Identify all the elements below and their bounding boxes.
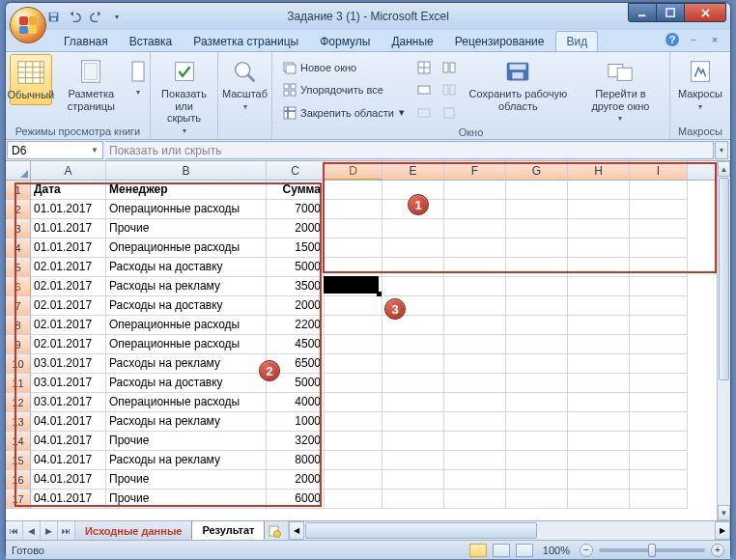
col-header-H[interactable]: H (568, 161, 630, 180)
cell[interactable]: 01.01.2017 (31, 200, 106, 219)
cell[interactable] (568, 316, 630, 335)
row-header-3[interactable]: 3 (6, 219, 31, 238)
cell[interactable]: 04.01.2017 (31, 432, 106, 451)
cell[interactable]: 02.01.2017 (31, 335, 106, 354)
undo-icon[interactable] (66, 8, 83, 25)
cell[interactable] (568, 335, 630, 354)
cell[interactable] (444, 277, 506, 296)
row-header-7[interactable]: 7 (6, 296, 31, 316)
cell[interactable] (506, 316, 568, 335)
col-header-I[interactable]: I (630, 161, 688, 180)
cell[interactable] (382, 374, 444, 393)
cell[interactable] (506, 490, 568, 509)
cell[interactable]: Расходы на доставку (106, 258, 267, 277)
scroll-down-icon[interactable]: ▼ (718, 505, 730, 520)
maximize-button[interactable] (656, 3, 685, 22)
cell[interactable]: Прочие (106, 470, 267, 490)
cell[interactable]: Расходы на доставку (106, 374, 267, 393)
cell[interactable] (630, 412, 688, 432)
cell[interactable] (568, 354, 630, 374)
select-all-corner[interactable] (6, 161, 31, 180)
cell[interactable]: 3200 (267, 432, 325, 451)
active-cell[interactable] (324, 276, 379, 294)
scroll-left-icon[interactable]: ◀ (289, 521, 304, 540)
cell[interactable] (325, 393, 382, 412)
cell[interactable] (630, 335, 688, 354)
split-button[interactable] (414, 59, 434, 76)
cell[interactable]: 02.01.2017 (31, 296, 106, 316)
cell[interactable] (444, 219, 506, 238)
cell[interactable]: 04.01.2017 (31, 490, 106, 509)
cell[interactable] (325, 238, 382, 258)
cell[interactable]: 3500 (267, 277, 325, 296)
cell[interactable] (506, 200, 568, 219)
row-header-10[interactable]: 10 (6, 354, 31, 374)
tab-view[interactable]: Вид (555, 31, 598, 51)
name-box[interactable]: D6▼ (7, 141, 103, 159)
cell[interactable]: 8000 (267, 451, 325, 470)
view-normal-button[interactable]: Обычный (10, 54, 52, 105)
cell[interactable]: 2000 (267, 219, 325, 238)
cell[interactable]: 03.01.2017 (31, 354, 106, 374)
cell[interactable] (325, 432, 382, 451)
row-header-2[interactable]: 2 (6, 200, 31, 219)
cell[interactable] (506, 354, 568, 374)
cell[interactable]: 2200 (267, 316, 325, 335)
cell[interactable] (325, 412, 382, 432)
row-header-17[interactable]: 17 (6, 490, 31, 509)
macros-button[interactable]: Макросы ▾ (674, 54, 726, 114)
dropdown-icon[interactable]: ▼ (91, 146, 99, 154)
cell[interactable] (325, 490, 382, 509)
cell[interactable] (325, 374, 382, 393)
cell[interactable] (506, 277, 568, 296)
cell[interactable] (444, 374, 506, 393)
cell[interactable] (444, 238, 506, 258)
cell[interactable]: Операционные расходы (106, 200, 267, 219)
cell[interactable]: Прочие (106, 219, 267, 238)
col-header-G[interactable]: G (506, 161, 568, 180)
cell[interactable] (568, 258, 630, 277)
save-icon[interactable] (44, 8, 62, 25)
cell[interactable]: 2000 (267, 296, 325, 316)
cell[interactable] (444, 316, 506, 335)
cell[interactable] (630, 432, 688, 451)
cell[interactable] (630, 181, 688, 200)
cell[interactable]: 7000 (267, 200, 325, 219)
hide-button[interactable] (414, 81, 434, 98)
cell[interactable] (506, 238, 568, 258)
new-window-button[interactable]: Новое окно (280, 59, 407, 76)
arrange-all-button[interactable]: Упорядочить все (280, 81, 407, 98)
spreadsheet-grid[interactable]: ABCDEFGHI 1234567891011121314151617 Дата… (6, 161, 730, 520)
row-header-9[interactable]: 9 (6, 335, 31, 354)
row-header-4[interactable]: 4 (6, 238, 31, 258)
cell[interactable] (506, 219, 568, 238)
cell[interactable] (444, 354, 506, 374)
minimize-button[interactable] (628, 3, 657, 22)
tab-nav-last[interactable]: ⏭ (58, 521, 75, 540)
cell[interactable]: 02.01.2017 (31, 258, 106, 277)
row-header-13[interactable]: 13 (6, 412, 31, 432)
scroll-up-icon[interactable]: ▲ (718, 161, 730, 177)
cell[interactable] (444, 200, 506, 219)
col-header-D[interactable]: D (325, 161, 382, 180)
zoom-button[interactable]: Масштаб ▾ (222, 54, 268, 114)
cell[interactable] (325, 354, 382, 374)
office-button[interactable] (10, 7, 46, 43)
row-header-12[interactable]: 12 (6, 393, 31, 412)
switch-windows-button[interactable]: Перейти в другое окно ▾ (576, 54, 665, 126)
cell[interactable] (506, 393, 568, 412)
cell[interactable] (382, 490, 444, 509)
col-header-A[interactable]: A (31, 161, 106, 180)
cell[interactable] (382, 393, 444, 412)
view-pagelayout-button[interactable]: Разметка страницы (54, 54, 128, 115)
freeze-panes-button[interactable]: Закрепить области▾ (280, 104, 407, 122)
side-by-side-button[interactable] (439, 59, 459, 76)
cell[interactable] (630, 296, 688, 316)
cell[interactable] (382, 451, 444, 470)
cell[interactable]: 03.01.2017 (31, 393, 106, 412)
tab-insert[interactable]: Вставка (120, 32, 183, 51)
vscroll-thumb[interactable] (719, 178, 729, 380)
cell[interactable]: 1500 (267, 238, 325, 258)
cell[interactable]: Менеджер (106, 181, 267, 200)
cell[interactable] (325, 258, 382, 277)
